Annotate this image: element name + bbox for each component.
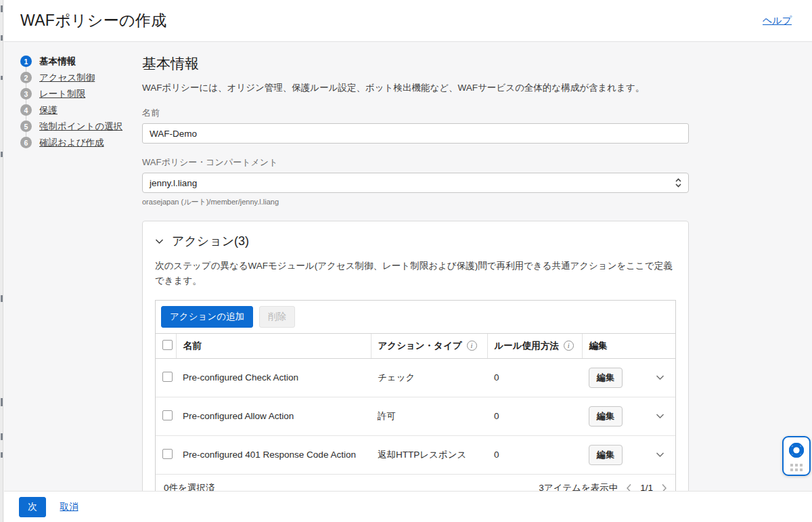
table-row: Pre-configured Allow Action 許可 0 編集 xyxy=(156,397,675,435)
step-number-badge: 4 xyxy=(20,104,32,116)
select-stepper-icon xyxy=(675,177,682,188)
step-number-badge: 6 xyxy=(20,137,32,148)
step-protection[interactable]: 4 保護 xyxy=(20,104,135,116)
compartment-select[interactable]: jenny.l.liang xyxy=(142,173,689,193)
edit-button[interactable]: 編集 xyxy=(589,368,623,388)
step-label[interactable]: アクセス制御 xyxy=(39,72,95,84)
policy-name-input[interactable] xyxy=(142,123,689,144)
name-field-label: 名前 xyxy=(142,107,689,119)
wizard-steps: 1 基本情報 2 アクセス制御 3 レート制限 4 保護 5 強制ポイントの選択… xyxy=(20,56,135,153)
floating-help-widget[interactable] xyxy=(782,436,811,476)
step-label[interactable]: レート制限 xyxy=(39,88,85,100)
edit-button[interactable]: 編集 xyxy=(589,406,623,427)
basic-info-panel: 基本情報 WAFポリシーには、オリジン管理、保護ルール設定、ボット検出機能など、… xyxy=(142,54,689,522)
section-description: WAFポリシーには、オリジン管理、保護ルール設定、ボット検出機能など、WAFサー… xyxy=(142,82,689,94)
table-row: Pre-configured Check Action チェック 0 編集 xyxy=(156,358,675,397)
step-number-badge: 2 xyxy=(20,72,32,83)
step-access-control[interactable]: 2 アクセス制御 xyxy=(20,72,135,83)
step-number-badge: 1 xyxy=(20,56,32,67)
rule-usage-cell: 0 xyxy=(487,358,582,397)
next-button[interactable]: 次 xyxy=(19,497,46,517)
action-name-cell: Pre-configured Allow Action xyxy=(176,397,371,435)
compartment-path-helper: orasejapan (ルート)/member/jenny.l.liang xyxy=(142,197,689,207)
select-all-checkbox[interactable] xyxy=(162,340,173,350)
delete-action-button[interactable]: 削除 xyxy=(259,306,295,328)
step-number-badge: 3 xyxy=(20,88,32,100)
content-area: 1 基本情報 2 アクセス制御 3 レート制限 4 保護 5 強制ポイントの選択… xyxy=(4,43,812,491)
step-label[interactable]: 強制ポイントの選択 xyxy=(39,121,122,133)
step-rate-limit[interactable]: 3 レート制限 xyxy=(20,88,135,100)
actions-section-description: 次のステップの異なるWAFモジュール(アクセス制御、レート制限および保護)間で再… xyxy=(155,259,676,289)
column-header-rule-usage: ルール使用方法 xyxy=(495,340,559,352)
lifebuoy-icon xyxy=(788,441,805,459)
add-action-button[interactable]: アクションの追加 xyxy=(161,306,253,328)
action-type-cell: 返却HTTPレスポンス xyxy=(371,435,487,474)
collapse-chevron-icon xyxy=(155,238,164,244)
actions-section-title: アクション(3) xyxy=(172,233,249,249)
row-checkbox[interactable] xyxy=(162,372,173,382)
info-icon[interactable]: i xyxy=(564,341,574,351)
column-header-name: 名前 xyxy=(183,341,202,351)
wizard-footer: 次 取消 xyxy=(4,491,812,522)
browser-edge-strip xyxy=(0,0,3,522)
info-icon[interactable]: i xyxy=(467,341,477,351)
cancel-link[interactable]: 取消 xyxy=(60,501,78,513)
step-enforcement-point[interactable]: 5 強制ポイントの選択 xyxy=(20,121,135,132)
section-heading: 基本情報 xyxy=(142,54,689,73)
step-label[interactable]: 保護 xyxy=(39,104,58,116)
table-header-row: 名前 アクション・タイプ i ルール使用方法 i xyxy=(156,333,675,358)
actions-table: 名前 アクション・タイプ i ルール使用方法 i xyxy=(156,333,675,475)
column-header-edit: 編集 xyxy=(589,341,608,351)
action-type-cell: 許可 xyxy=(371,397,487,435)
drag-dots-icon xyxy=(790,464,803,471)
row-checkbox[interactable] xyxy=(162,449,173,459)
rule-usage-cell: 0 xyxy=(487,397,582,435)
step-label: 基本情報 xyxy=(39,56,76,68)
compartment-field-group: WAFポリシー・コンパートメント jenny.l.liang orasejapa… xyxy=(142,156,689,207)
step-label[interactable]: 確認および作成 xyxy=(39,137,104,149)
actions-table-container: アクションの追加 削除 名前 アクション・タイプ i xyxy=(155,300,676,502)
rule-usage-cell: 0 xyxy=(487,435,582,474)
action-type-cell: チェック xyxy=(371,358,487,397)
step-number-badge: 5 xyxy=(20,121,32,132)
compartment-selected-value: jenny.l.liang xyxy=(150,178,197,188)
page-header: WAFポリシーの作成 ヘルプ xyxy=(4,0,812,42)
page-title: WAFポリシーの作成 xyxy=(20,10,166,31)
row-expand-chevron-icon[interactable] xyxy=(656,413,664,419)
row-expand-chevron-icon[interactable] xyxy=(656,452,664,458)
edit-button[interactable]: 編集 xyxy=(589,445,623,465)
action-name-cell: Pre-configured 401 Response Code Action xyxy=(176,435,371,474)
step-basic-info: 1 基本情報 xyxy=(20,56,135,67)
actions-section-card: アクション(3) 次のステップの異なるWAFモジュール(アクセス制御、レート制限… xyxy=(142,221,689,517)
table-toolbar: アクションの追加 削除 xyxy=(156,301,675,333)
table-row: Pre-configured 401 Response Code Action … xyxy=(156,435,675,474)
row-expand-chevron-icon[interactable] xyxy=(656,374,664,380)
step-review-create[interactable]: 6 確認および作成 xyxy=(20,137,135,148)
row-checkbox[interactable] xyxy=(162,410,173,420)
column-header-action-type: アクション・タイプ xyxy=(378,340,462,352)
compartment-field-label: WAFポリシー・コンパートメント xyxy=(142,156,689,169)
help-link[interactable]: ヘルプ xyxy=(763,15,792,27)
action-name-cell: Pre-configured Check Action xyxy=(176,358,371,397)
actions-collapse-header[interactable]: アクション(3) xyxy=(155,233,676,249)
name-field-group: 名前 xyxy=(142,107,689,144)
